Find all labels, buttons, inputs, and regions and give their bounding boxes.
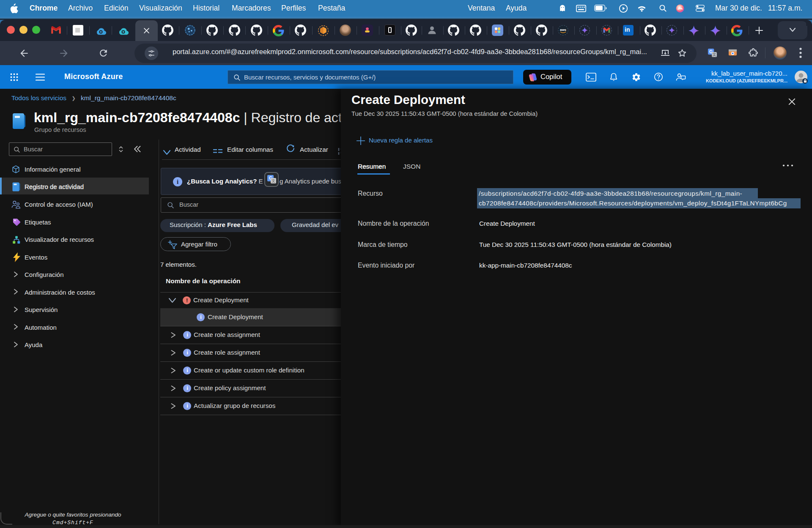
svg-text:文: 文: [713, 52, 716, 57]
svg-text:aws: aws: [560, 28, 566, 32]
